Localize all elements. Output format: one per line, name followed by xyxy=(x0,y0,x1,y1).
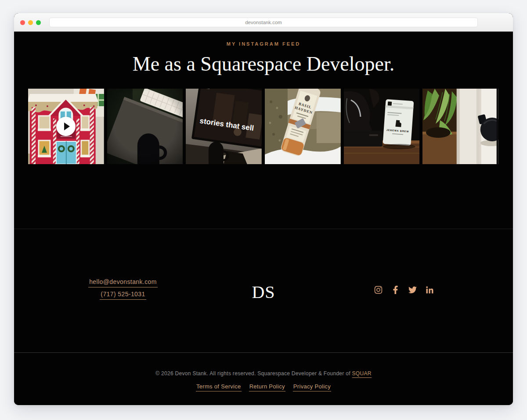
plant-door-image xyxy=(422,89,498,164)
address-bar[interactable]: devonstank.com xyxy=(49,18,478,27)
instagram-icon[interactable] xyxy=(374,286,383,294)
linkedin-icon[interactable] xyxy=(426,286,434,294)
legal-bar: © 2026 Devon Stank. All rights reserved.… xyxy=(14,352,513,405)
return-policy-link[interactable]: Return Policy xyxy=(249,383,285,391)
coffee-bag-image: JEREMA BREW xyxy=(344,89,420,164)
instagram-photo-monitor[interactable]: stories that sell xyxy=(186,89,262,164)
section-eyebrow: MY INSTAGRAM FEED xyxy=(14,41,513,47)
monitor-image: stories that sell xyxy=(186,89,262,164)
instagram-photo-bourbon[interactable]: BASIL HAYDEN xyxy=(265,89,341,164)
instagram-photo-desk-keyboard[interactable] xyxy=(107,89,183,164)
terms-of-service-link[interactable]: Terms of Service xyxy=(196,383,242,391)
footer-logo-text: DS xyxy=(252,282,275,302)
minimize-window-button[interactable] xyxy=(28,20,33,25)
play-button[interactable] xyxy=(56,117,76,136)
instagram-photo-coffee-bag[interactable]: JEREMA BREW xyxy=(344,89,420,164)
bourbon-bottle-image: BASIL HAYDEN xyxy=(265,89,341,164)
instagram-feed-grid: stories that sell xyxy=(28,89,498,164)
squar-link[interactable]: SQUAR xyxy=(352,370,372,378)
page-content: MY INSTAGRAM FEED Me as a Squarespace De… xyxy=(14,32,513,405)
browser-chrome: devonstank.com xyxy=(14,13,513,32)
instagram-photo-christmas-house[interactable] xyxy=(28,89,104,164)
url-text: devonstank.com xyxy=(245,20,282,25)
copyright-text: © 2026 Devon Stank. All rights reserved.… xyxy=(155,370,352,377)
browser-window: devonstank.com MY INSTAGRAM FEED Me as a… xyxy=(14,13,513,405)
facebook-icon[interactable] xyxy=(391,286,400,294)
copyright-line: © 2026 Devon Stank. All rights reserved.… xyxy=(14,370,513,377)
privacy-policy-link[interactable]: Privacy Policy xyxy=(293,383,331,391)
section-heading: Me as a Squarespace Developer. xyxy=(14,53,513,76)
instagram-photo-plant-door[interactable] xyxy=(422,89,498,164)
fullscreen-window-button[interactable] xyxy=(36,20,41,25)
traffic-lights xyxy=(20,20,41,25)
twitter-icon[interactable] xyxy=(408,286,417,294)
desk-keyboard-image xyxy=(107,89,183,164)
close-window-button[interactable] xyxy=(20,20,25,25)
legal-links: Terms of Service Return Policy Privacy P… xyxy=(14,383,513,391)
footer: hello@devonstank.com (717) 525-1031 DS xyxy=(14,229,513,352)
social-links xyxy=(374,286,451,294)
